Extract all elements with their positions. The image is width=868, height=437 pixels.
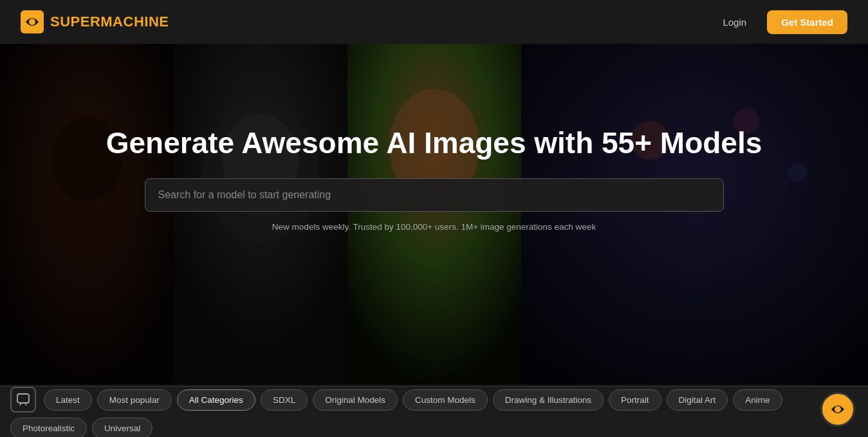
filter-bar: Latest Most popular All Categories SDXL …: [0, 386, 868, 437]
search-bar: [145, 178, 724, 212]
login-button[interactable]: Login: [712, 12, 757, 33]
get-started-button[interactable]: Get Started: [767, 10, 847, 34]
filter-most-popular[interactable]: Most popular: [97, 389, 172, 411]
floating-avatar[interactable]: [820, 392, 855, 427]
navbar: SUPERMACHINE Login Get Started: [0, 0, 868, 44]
filter-custom-models[interactable]: Custom Models: [403, 389, 488, 411]
hero-title: Generate Awesome AI Images with 55+ Mode…: [106, 126, 762, 160]
svg-rect-18: [17, 394, 29, 403]
nav-actions: Login Get Started: [712, 10, 847, 34]
filter-universal[interactable]: Universal: [92, 418, 152, 437]
logo-text: SUPERMACHINE: [50, 14, 169, 30]
search-input[interactable]: [145, 178, 724, 212]
filter-photorealistic[interactable]: Photorealistic: [10, 418, 87, 437]
hero-content: Generate Awesome AI Images with 55+ Mode…: [0, 44, 868, 314]
filter-sdxl[interactable]: SDXL: [261, 389, 308, 411]
filter-original-models[interactable]: Original Models: [313, 389, 398, 411]
filter-all-categories[interactable]: All Categories: [177, 389, 255, 411]
svg-point-1: [29, 19, 35, 25]
avatar-icon: [826, 398, 849, 421]
filter-digital-art[interactable]: Digital Art: [667, 389, 728, 411]
filter-latest[interactable]: Latest: [44, 389, 92, 411]
chat-icon-wrapper[interactable]: [10, 387, 36, 413]
chat-icon: [16, 393, 30, 407]
logo-icon: [21, 10, 44, 33]
filter-portrait[interactable]: Portrait: [609, 389, 661, 411]
svg-point-20: [835, 406, 841, 413]
hero-subtext: New models weekly. Trusted by 100,000+ u…: [272, 222, 596, 232]
filter-drawing-illustrations[interactable]: Drawing & Illustrations: [493, 389, 604, 411]
logo[interactable]: SUPERMACHINE: [21, 10, 169, 33]
filter-anime[interactable]: Anime: [733, 389, 782, 411]
